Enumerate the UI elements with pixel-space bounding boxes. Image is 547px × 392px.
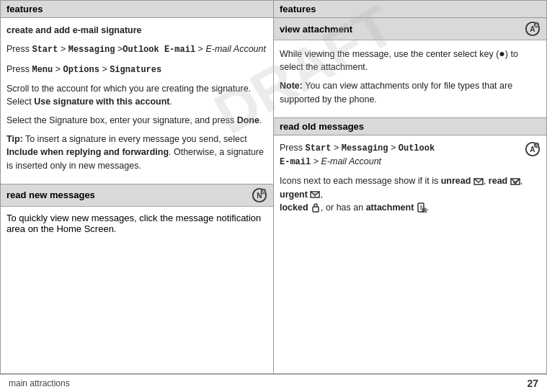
svg-text:A: A [262, 190, 265, 194]
read-new-title: read new messages [6, 190, 95, 200]
urgent-label: urgent [280, 190, 308, 200]
center-key-symbol: ● [499, 48, 504, 59]
view-attachment-content: While viewing the message, use the cente… [274, 40, 546, 117]
left-features-header: features [1, 1, 273, 18]
email-account-italic-old: E-mail Account [321, 156, 381, 166]
email-account-italic: E-mail Account [205, 44, 266, 54]
right-features-header: features [274, 1, 546, 18]
use-signature-bold: Use signature with this account [34, 97, 169, 107]
svg-text:A: A [535, 143, 538, 148]
tip-block: Tip: To insert a signature in every mess… [6, 133, 267, 172]
right-column: features view attachment A A While viewi… [274, 1, 546, 373]
svg-text:A: A [535, 23, 538, 27]
step-scroll: Scroll to the account for which you are … [6, 82, 267, 108]
tip-label: Tip: [6, 134, 23, 144]
read-new-icon: N A [252, 187, 267, 203]
note-text: Note: You can view attachments only for … [280, 79, 541, 105]
notification-icon: N A [252, 187, 267, 203]
create-signature-title: create and add e-mail signature [6, 25, 142, 35]
messaging-key: Messaging [68, 45, 115, 55]
attachment-label: attachment [366, 202, 414, 213]
step-select-sig: Select the Signature box, enter your sig… [6, 114, 267, 127]
step3-text: Scroll to the account for which you are … [6, 82, 267, 108]
read-icon [510, 177, 520, 187]
attachment-view-icon: A A [525, 21, 541, 37]
step4-text: Select the Signature box, enter your sig… [6, 114, 267, 127]
read-old-press-text: Press Start > Messaging > OutlookE-mail … [280, 141, 435, 169]
read-new-body: To quickly view new messages, click the … [1, 207, 273, 240]
svg-rect-18 [313, 207, 319, 212]
icons-info-text: Icons next to each message show if it is… [280, 174, 541, 213]
urgent-icon: ! [310, 190, 320, 200]
page-container: features create and add e-mail signature… [0, 0, 547, 392]
outlook-key: Outlook E-mail [123, 45, 195, 55]
read-old-header: read old messages [274, 117, 546, 135]
footer-bar: main attractions 27 [0, 374, 547, 392]
has-attachment-icon [417, 202, 427, 213]
include-replying-bold: Include when replying and forwarding [6, 147, 169, 157]
note-block: Note: You can view attachments only for … [280, 79, 541, 105]
tip-text: Tip: To insert a signature in every mess… [6, 133, 267, 172]
options-key: Options [63, 65, 99, 75]
read-old-icon: A A [525, 141, 541, 157]
view-attach-text: While viewing the message, use the cente… [280, 46, 541, 74]
view-attachment-icon: A A [525, 21, 541, 37]
read-old-step1: Press Start > Messaging > OutlookE-mail … [280, 141, 541, 169]
signatures-key: Signatures [110, 65, 161, 75]
read-new-section: read new messages N A To quickly view ne… [1, 184, 273, 240]
read-new-header: read new messages N A [1, 184, 273, 207]
read-old-icons-info: Icons next to each message show if it is… [280, 174, 541, 213]
step-press-start: Press Start > Messaging >Outlook E-mail … [6, 43, 267, 56]
create-signature-title-block: create and add e-mail signature [6, 24, 267, 37]
footer-left-text: main attractions [9, 378, 70, 388]
view-attachment-title: view attachment [280, 24, 352, 35]
note-label: Note: [280, 81, 303, 91]
unread-label: unread [441, 176, 471, 186]
left-section1-content: create and add e-mail signature Press St… [1, 18, 273, 184]
messaging-key-old: Messaging [342, 143, 388, 153]
view-attach-body: While viewing the message, use the cente… [280, 46, 541, 74]
unread-icon [473, 177, 484, 187]
read-new-text: To quickly view new messages, click the … [6, 213, 267, 234]
read-old-svg-icon: A A [525, 141, 541, 157]
read-old-content: Press Start > Messaging > OutlookE-mail … [274, 135, 546, 226]
locked-icon [311, 202, 321, 213]
step2-text: Press Menu > Options > Signatures [6, 63, 267, 76]
start-key: Start [32, 45, 58, 55]
step1-text: Press Start > Messaging >Outlook E-mail … [6, 43, 267, 56]
main-content: features create and add e-mail signature… [0, 0, 547, 374]
footer-page-number: 27 [527, 378, 538, 389]
start-key-old: Start [305, 143, 331, 153]
step-press-menu: Press Menu > Options > Signatures [6, 63, 267, 76]
view-attachment-header: view attachment A A [274, 18, 546, 40]
left-column: features create and add e-mail signature… [1, 1, 274, 373]
read-label: read [489, 176, 507, 186]
menu-key: Menu [32, 65, 53, 75]
svg-text:!: ! [314, 192, 316, 197]
locked-label: locked [280, 202, 308, 213]
done-key: Done [237, 115, 259, 125]
